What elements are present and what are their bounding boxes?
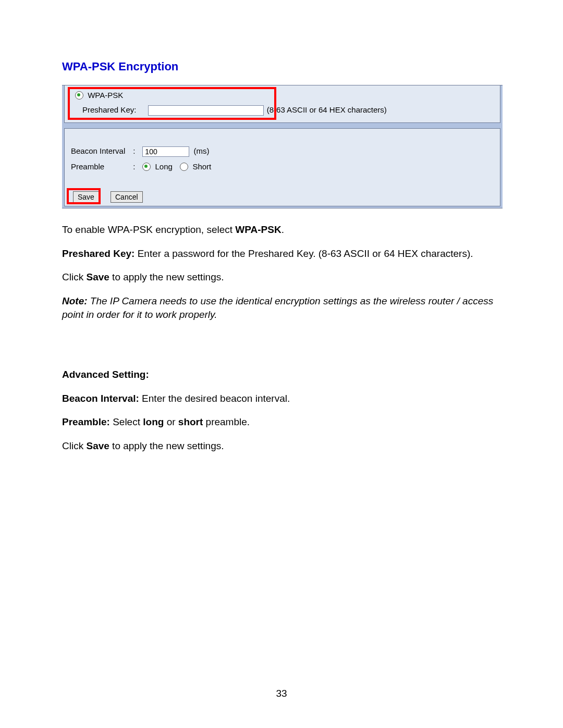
body-text: To enable WPA-PSK encryption, select WPA…	[62, 223, 504, 453]
t-p1a: To enable WPA-PSK encryption, select	[62, 224, 235, 235]
section-title: WPA-PSK Encryption	[62, 60, 504, 73]
colon-2: :	[133, 162, 140, 171]
t-p7b: Save	[86, 440, 109, 451]
preshared-key-hint: (8-63 ASCII or 64 HEX characters)	[267, 105, 387, 114]
t-p3b: Save	[86, 272, 109, 282]
t-p7a: Click	[62, 440, 86, 451]
t-p1b: WPA-PSK	[235, 224, 281, 235]
wpa-pane: WPA-PSK Preshared Key: (8-63 ASCII or 64…	[64, 85, 500, 123]
t-p6c: long	[143, 416, 164, 427]
button-bar: Save Cancel	[64, 188, 500, 206]
t-p3a: Click	[62, 272, 86, 282]
t-p6e: short	[178, 416, 203, 427]
t-p6a: Preamble:	[62, 416, 110, 427]
t-p2a: Preshared Key:	[62, 248, 134, 259]
beacon-row: Beacon Interval : 100 (ms)	[71, 146, 210, 157]
page-number: 33	[0, 688, 563, 699]
cancel-button[interactable]: Cancel	[111, 191, 143, 203]
t-p1c: .	[282, 224, 284, 235]
colon-1: :	[133, 146, 140, 155]
t-p5b: Enter the desired beacon interval.	[139, 393, 290, 404]
t-adv-hdr: Advanced Setting:	[62, 369, 149, 380]
t-p3c: to apply the new settings.	[109, 272, 224, 282]
preshared-key-label: Preshared Key:	[82, 105, 136, 114]
screenshot-panel: WPA-PSK Preshared Key: (8-63 ASCII or 64…	[62, 85, 503, 208]
advanced-pane: Beacon Interval : 100 (ms) Preamble : Lo…	[64, 128, 500, 189]
preamble-row: Preamble : Long Short	[71, 162, 211, 171]
beacon-unit: (ms)	[194, 146, 210, 155]
preshared-key-input[interactable]	[148, 105, 264, 116]
wpa-radio-row: WPA-PSK	[75, 91, 123, 100]
t-note-a: Note:	[62, 295, 88, 306]
beacon-label: Beacon Interval	[71, 146, 131, 155]
t-p2b: Enter a password for the Preshared Key. …	[134, 248, 473, 259]
preamble-long-label: Long	[155, 162, 173, 171]
preamble-long-radio[interactable]	[142, 163, 151, 171]
t-p6d: or	[164, 416, 178, 427]
t-p6f: preamble.	[203, 416, 250, 427]
t-p6b: Select	[110, 416, 143, 427]
wpa-psk-radio[interactable]	[75, 91, 83, 100]
preshared-key-row: Preshared Key: (8-63 ASCII or 64 HEX cha…	[82, 105, 387, 116]
t-note-b: The IP Camera needs to use the identical…	[62, 295, 493, 320]
t-p5a: Beacon Interval:	[62, 393, 139, 404]
save-button[interactable]: Save	[73, 191, 99, 203]
preamble-short-radio[interactable]	[180, 163, 188, 171]
t-p7c: to apply the new settings.	[109, 440, 224, 451]
beacon-input[interactable]: 100	[142, 146, 189, 157]
wpa-psk-radio-label: WPA-PSK	[88, 91, 123, 100]
preamble-short-label: Short	[192, 162, 211, 171]
preamble-label: Preamble	[71, 162, 131, 171]
